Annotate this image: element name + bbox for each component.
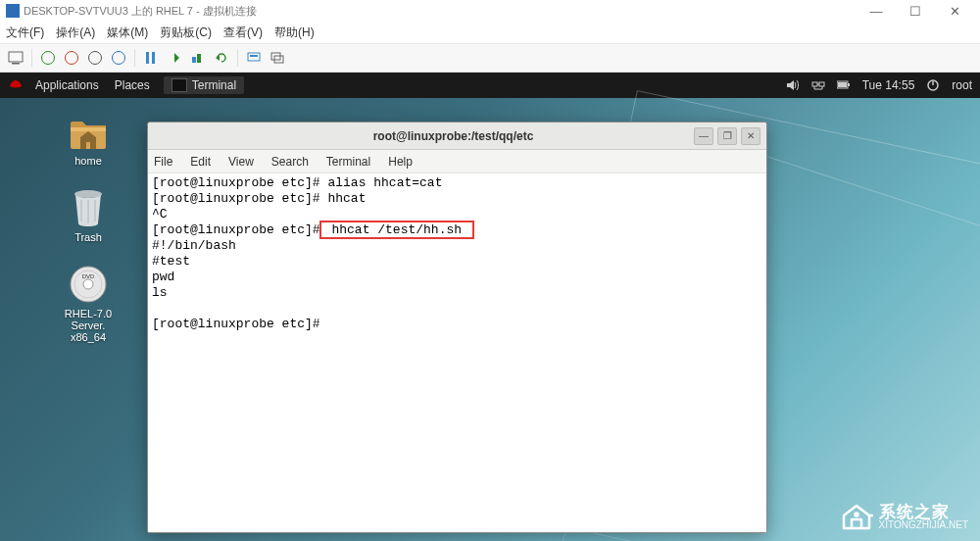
trash-label: Trash xyxy=(74,231,102,243)
svg-rect-4 xyxy=(192,57,196,63)
host-menu-clipboard[interactable]: 剪贴板(C) xyxy=(160,25,212,41)
term-line: #test xyxy=(152,254,190,269)
red-hat-icon xyxy=(8,77,24,93)
terminal-menu-search[interactable]: Search xyxy=(271,155,309,169)
term-line: ^C xyxy=(152,207,168,221)
terminal-titlebar[interactable]: root@linuxprobe:/test/qq/etc — ❐ ✕ xyxy=(148,123,766,150)
vm-desktop[interactable]: Applications Places Terminal Tue 14:55 r… xyxy=(0,73,980,541)
terminal-title: root@linuxprobe:/test/qq/etc xyxy=(213,129,694,143)
terminal-menu-edit[interactable]: Edit xyxy=(190,155,211,169)
svg-rect-7 xyxy=(250,55,258,57)
trash-icon[interactable]: Trash xyxy=(49,188,127,243)
term-line: [root@linuxprobe etc]# hhcat xyxy=(152,191,366,206)
checkpoint-button[interactable] xyxy=(188,48,208,68)
shutdown-button[interactable] xyxy=(85,48,105,68)
applications-menu[interactable]: Applications xyxy=(27,78,107,92)
turnoff-button[interactable] xyxy=(62,48,81,68)
host-minimize-button[interactable]: — xyxy=(857,1,896,21)
terminal-maximize-button[interactable]: ❐ xyxy=(717,127,737,145)
host-menu-action[interactable]: 操作(A) xyxy=(56,25,95,41)
term-line: pwd xyxy=(152,270,174,284)
terminal-body[interactable]: [root@linuxprobe etc]# alias hhcat=cat [… xyxy=(148,173,766,532)
watermark: 系统之家 XITONGZHIJIA.NET xyxy=(840,502,969,531)
svg-point-21 xyxy=(855,514,858,516)
host-menu-file[interactable]: 文件(F) xyxy=(6,25,44,41)
svg-text:DVD: DVD xyxy=(82,273,95,279)
gnome-top-bar: Applications Places Terminal Tue 14:55 r… xyxy=(0,73,980,98)
gnome-tray: Tue 14:55 root xyxy=(786,78,972,92)
terminal-close-button[interactable]: ✕ xyxy=(741,127,760,145)
clock[interactable]: Tue 14:55 xyxy=(862,78,915,92)
home-label: home xyxy=(74,155,102,167)
save-button[interactable] xyxy=(109,48,128,68)
watermark-text: 系统之家 xyxy=(879,504,969,520)
revert-button[interactable] xyxy=(212,48,231,68)
svg-rect-14 xyxy=(848,83,850,86)
term-line: ls xyxy=(152,285,168,300)
term-line: #!/bin/bash xyxy=(152,238,236,253)
svg-rect-11 xyxy=(819,82,824,86)
host-menubar: 文件(F) 操作(A) 媒体(M) 剪贴板(C) 查看(V) 帮助(H) xyxy=(0,22,980,43)
power-icon[interactable] xyxy=(926,78,940,92)
desktop-icons: home Trash DVD RHEL-7.0 Server. x86_64 xyxy=(49,112,127,343)
rhel-label-2: x86_64 xyxy=(71,331,106,343)
battery-icon[interactable] xyxy=(837,78,851,92)
host-title: DESKTOP-SVTVUU3 上的 RHEL 7 - 虚拟机连接 xyxy=(24,4,257,19)
svg-rect-13 xyxy=(838,82,847,87)
taskbar-terminal[interactable]: Terminal xyxy=(164,76,244,94)
terminal-menu-view[interactable]: View xyxy=(228,155,254,169)
toolbar-separator xyxy=(31,49,32,67)
host-menu-media[interactable]: 媒体(M) xyxy=(107,25,148,41)
highlighted-command: hhcat /test/hh.sh xyxy=(319,221,474,239)
places-menu[interactable]: Places xyxy=(107,78,158,92)
term-line: [root@linuxprobe etc]# alias hhcat=cat xyxy=(152,175,442,190)
host-menu-view[interactable]: 查看(V) xyxy=(223,25,263,41)
host-menu-help[interactable]: 帮助(H) xyxy=(274,25,315,41)
vm-app-icon xyxy=(6,4,20,18)
svg-rect-5 xyxy=(197,54,201,63)
terminal-window: root@linuxprobe:/test/qq/etc — ❐ ✕ File … xyxy=(147,122,767,533)
host-maximize-button[interactable]: ☐ xyxy=(896,1,935,21)
reset-button[interactable] xyxy=(165,48,184,68)
svg-rect-10 xyxy=(812,82,817,86)
host-close-button[interactable]: ✕ xyxy=(935,1,974,21)
start-button[interactable] xyxy=(38,48,58,68)
ctrl-alt-del-button[interactable] xyxy=(6,48,25,68)
terminal-menu-terminal[interactable]: Terminal xyxy=(326,155,370,169)
network-icon[interactable] xyxy=(811,78,825,92)
rhel-disc-icon[interactable]: DVD RHEL-7.0 Server. x86_64 xyxy=(49,265,127,343)
pause-button[interactable] xyxy=(141,48,161,68)
toolbar-separator xyxy=(237,49,238,67)
enhanced-button[interactable] xyxy=(268,48,287,68)
term-prompt: [root@linuxprobe etc]# xyxy=(152,317,327,331)
terminal-minimize-button[interactable]: — xyxy=(694,127,713,145)
rhel-label-1: RHEL-7.0 Server. xyxy=(49,308,127,331)
user-menu[interactable]: root xyxy=(952,78,972,92)
svg-rect-0 xyxy=(9,52,23,62)
term-line: [root@linuxprobe etc]# xyxy=(152,222,320,237)
terminal-menu-file[interactable]: File xyxy=(154,155,172,169)
svg-rect-3 xyxy=(152,52,155,64)
volume-icon[interactable] xyxy=(786,78,800,92)
terminal-menu-help[interactable]: Help xyxy=(388,155,413,169)
taskbar-terminal-label: Terminal xyxy=(192,78,236,92)
watermark-url: XITONGZHIJIA.NET xyxy=(879,520,969,530)
terminal-menubar: File Edit View Search Terminal Help xyxy=(148,150,766,173)
svg-rect-2 xyxy=(146,52,149,64)
home-icon[interactable]: home xyxy=(49,112,127,167)
host-toolbar xyxy=(0,43,980,73)
svg-rect-1 xyxy=(12,63,20,65)
toolbar-separator xyxy=(134,49,135,67)
share-button[interactable] xyxy=(244,48,264,68)
svg-point-19 xyxy=(83,279,93,289)
host-titlebar: DESKTOP-SVTVUU3 上的 RHEL 7 - 虚拟机连接 — ☐ ✕ xyxy=(0,0,980,22)
terminal-icon xyxy=(172,78,187,92)
watermark-logo-icon xyxy=(840,502,873,531)
